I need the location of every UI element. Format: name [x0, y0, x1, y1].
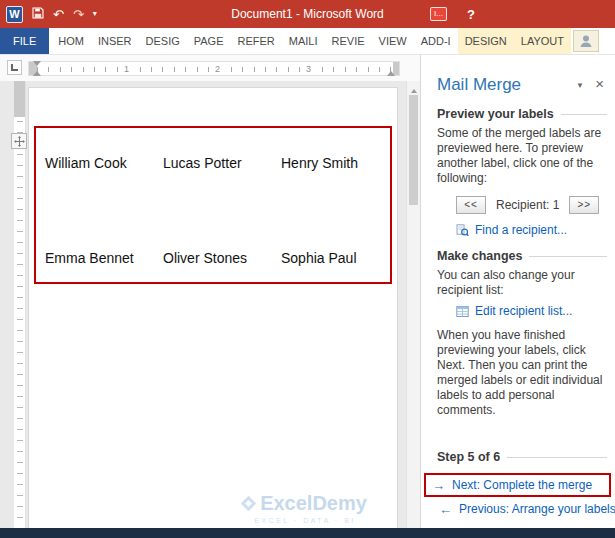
label-row: Emma Bennet Oliver Stones Sophia Paul — [36, 250, 390, 266]
tab-file[interactable]: FILE — [0, 28, 49, 54]
next-step-label[interactable]: Next: Complete the merge — [452, 478, 592, 492]
redo-icon[interactable]: ↷ — [73, 8, 84, 21]
scrollbar-thumb[interactable] — [409, 95, 418, 205]
notification-badge: I... — [430, 7, 447, 21]
right-indent-marker[interactable] — [387, 67, 395, 76]
tab-table-design[interactable]: DESIGN — [458, 28, 514, 54]
exceldemy-watermark: ExcelDemy EXCEL · DATA · BI — [219, 492, 391, 524]
find-recipient-link[interactable]: Find a recipient... — [456, 223, 607, 237]
wizard-step-nav: Step 5 of 6 → Next: Complete the merge ←… — [437, 450, 607, 516]
label-cell[interactable]: Emma Bennet — [36, 250, 154, 266]
edit-recipient-list-icon — [456, 305, 469, 318]
customize-qat-dropdown-icon[interactable]: ▾ — [93, 10, 97, 18]
tab-design[interactable]: DESIG — [139, 28, 187, 54]
word-logo-icon[interactable]: W — [6, 6, 23, 23]
changes-heading-text: Make changes — [437, 249, 522, 263]
changes-section-heading: Make changes — [437, 249, 607, 263]
next-recipient-button[interactable]: >> — [569, 196, 599, 214]
move-icon — [14, 136, 25, 147]
workspace: 1 2 3 William Coo — [0, 55, 615, 528]
tab-view[interactable]: VIEW — [372, 28, 414, 54]
vertical-scrollbar[interactable] — [406, 81, 420, 528]
labels-table[interactable]: William Cook Lucas Potter Henry Smith Em… — [34, 126, 392, 284]
tab-mailings[interactable]: MAILI — [282, 28, 325, 54]
label-row: William Cook Lucas Potter Henry Smith — [36, 155, 390, 171]
step-label: Step 5 of 6 — [437, 450, 500, 464]
heading-divider — [507, 457, 607, 458]
ruler-ticks — [17, 121, 23, 528]
document-area: 1 2 3 William Coo — [0, 55, 420, 528]
save-icon[interactable] — [32, 7, 44, 21]
tab-stop-selector[interactable] — [7, 60, 22, 75]
finish-note: When you have finished previewing your l… — [437, 328, 605, 418]
label-cell[interactable]: William Cook — [36, 155, 154, 171]
pane-options-icon[interactable]: ▼ — [576, 81, 584, 90]
label-cell[interactable]: Lucas Potter — [154, 155, 272, 171]
arrow-right-icon: → — [432, 479, 445, 492]
status-bar — [0, 528, 615, 538]
tab-references[interactable]: REFER — [231, 28, 282, 54]
label-cell[interactable]: Sophia Paul — [272, 250, 390, 266]
ribbon-tab-bar: FILE HOM INSER DESIG PAGE REFER MAILI RE… — [0, 28, 615, 55]
ruler-zone: 1 2 3 — [0, 55, 420, 81]
preview-heading-text: Preview your labels — [437, 107, 554, 121]
scroll-up-icon[interactable] — [411, 86, 417, 93]
tab-review[interactable]: REVIE — [325, 28, 372, 54]
recipient-counter: Recipient: 1 — [496, 198, 559, 212]
ruler-mark: 3 — [304, 63, 313, 75]
label-cell[interactable]: Henry Smith — [272, 155, 390, 171]
ruler-mark: 2 — [213, 63, 222, 75]
tab-table-layout[interactable]: LAYOUT — [514, 28, 571, 54]
previous-recipient-button[interactable]: << — [456, 196, 486, 214]
heading-divider — [529, 256, 607, 257]
horizontal-ruler[interactable]: 1 2 3 — [28, 61, 400, 76]
mail-merge-pane: Mail Merge ▼ × Preview your labels Some … — [420, 55, 615, 528]
edit-recipient-list-link[interactable]: Edit recipient list... — [456, 304, 607, 318]
word-window: W ↶ ↷ ▾ Document1 - Microsoft Word I... … — [0, 0, 615, 538]
title-bar: W ↶ ↷ ▾ Document1 - Microsoft Word I... … — [0, 0, 615, 28]
arrow-left-icon: ← — [439, 503, 452, 516]
titlebar-right-cluster: I... ? — [430, 0, 475, 28]
watermark-tagline: EXCEL · DATA · BI — [219, 517, 391, 524]
preview-description: Some of the merged labels are previewed … — [437, 126, 605, 186]
tab-add-ins[interactable]: ADD-I — [414, 28, 458, 54]
edit-recipient-list-label: Edit recipient list... — [475, 304, 572, 318]
find-recipient-label: Find a recipient... — [475, 223, 567, 237]
watermark-brand: ExcelDemy — [260, 492, 367, 515]
pane-close-icon[interactable]: × — [595, 76, 604, 91]
ruler-mark: 1 — [122, 63, 131, 75]
user-avatar[interactable] — [573, 30, 599, 52]
changes-description: You can also change your recipient list: — [437, 268, 605, 298]
step-heading: Step 5 of 6 — [437, 450, 607, 464]
document-canvas: William Cook Lucas Potter Henry Smith Em… — [0, 81, 420, 528]
next-step-link[interactable]: → Next: Complete the merge — [424, 473, 611, 497]
document-page[interactable]: William Cook Lucas Potter Henry Smith Em… — [28, 87, 398, 528]
heading-divider — [561, 114, 607, 115]
recipient-navigator: << Recipient: 1 >> — [456, 196, 607, 214]
previous-step-label[interactable]: Previous: Arrange your labels — [459, 502, 615, 516]
hanging-indent-marker[interactable] — [33, 67, 41, 76]
previous-step-link[interactable]: ← Previous: Arrange your labels — [437, 502, 607, 516]
undo-icon[interactable]: ↶ — [53, 8, 64, 21]
table-move-handle[interactable] — [11, 133, 27, 149]
tab-page-layout[interactable]: PAGE — [187, 28, 231, 54]
exceldemy-logo-icon — [241, 496, 257, 512]
quick-access-toolbar: W ↶ ↷ ▾ — [6, 6, 97, 23]
find-recipient-icon — [456, 224, 469, 237]
tab-home[interactable]: HOM — [51, 28, 91, 54]
tab-insert[interactable]: INSER — [91, 28, 139, 54]
label-cell[interactable]: Oliver Stones — [154, 250, 272, 266]
person-icon — [578, 33, 594, 49]
preview-section-heading: Preview your labels — [437, 107, 607, 121]
help-icon[interactable]: ? — [467, 7, 475, 22]
